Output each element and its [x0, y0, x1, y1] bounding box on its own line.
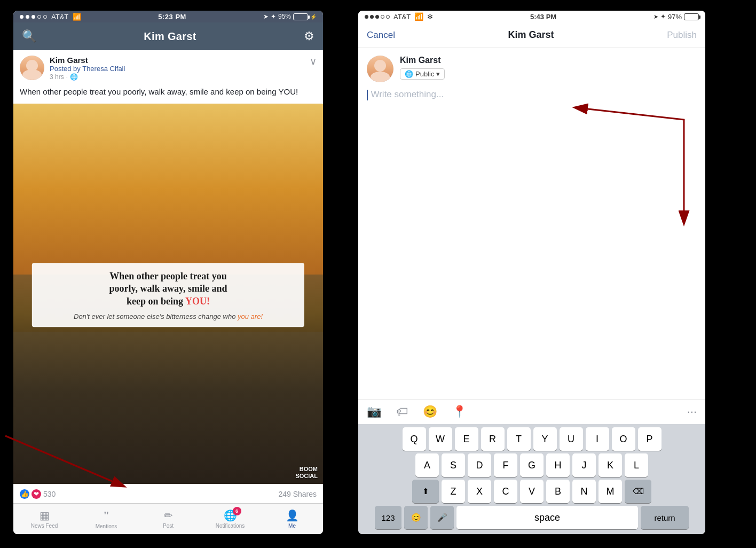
key-M[interactable]: M	[598, 480, 622, 503]
bluetooth-icon-left: ✦	[271, 13, 276, 20]
key-Q[interactable]: Q	[403, 427, 426, 451]
right-phone: AT&T 📶 ✻ 5:43 PM ➤ ✦ 97% Cancel Kim Gars…	[345, 0, 719, 548]
like-icon: 👍	[20, 489, 29, 499]
post-text: When other people treat you poorly, walk…	[13, 84, 323, 104]
key-D[interactable]: D	[468, 453, 491, 477]
keyboard-row-1: Q W E R T Y U I O P	[360, 427, 703, 451]
key-emoji[interactable]: 😊	[404, 506, 428, 529]
cancel-button[interactable]: Cancel	[367, 30, 395, 41]
tab-post[interactable]: ✏ Post	[137, 506, 199, 532]
globe-icon-compose: 🌐	[405, 70, 413, 78]
status-bar-left: AT&T 📶 5:23 PM ➤ ✦ 95% ⚡	[13, 11, 323, 22]
tab-news-feed[interactable]: ▦ News Feed	[13, 506, 75, 532]
post-card: Kim Garst Posted by Theresa Cifali 3 hrs…	[13, 50, 323, 534]
time-left: 5:23 PM	[158, 13, 186, 21]
key-H[interactable]: H	[546, 453, 570, 477]
key-O[interactable]: O	[612, 427, 635, 451]
composer-header: Kim Garst 🌐 Public ▾	[358, 48, 705, 88]
status-carrier-right: AT&T 📶 ✻	[365, 12, 433, 21]
location-toolbar-icon[interactable]: 📍	[452, 405, 467, 419]
key-num[interactable]: 123	[375, 506, 401, 529]
charge-icon-left: ⚡	[310, 14, 317, 20]
quote-main-text: When other people treat you poorly, walk…	[41, 270, 296, 308]
key-S[interactable]: S	[442, 453, 465, 477]
key-J[interactable]: J	[572, 453, 596, 477]
nav-title-left: Kim Garst	[144, 30, 196, 43]
avatar-right	[367, 56, 393, 82]
key-W[interactable]: W	[429, 427, 452, 451]
post-icon: ✏	[164, 509, 173, 522]
privacy-selector[interactable]: 🌐 Public ▾	[400, 68, 445, 80]
key-Y[interactable]: Y	[533, 427, 557, 451]
key-space[interactable]: space	[456, 506, 638, 529]
search-icon[interactable]: 🔍	[22, 29, 36, 43]
key-B[interactable]: B	[546, 480, 570, 503]
reactions-bar: 👍 ❤ 530 249 Shares	[13, 484, 323, 503]
key-T[interactable]: T	[507, 427, 531, 451]
keyboard: Q W E R T Y U I O P A S D F G H J K	[358, 424, 705, 534]
key-V[interactable]: V	[520, 480, 544, 503]
tab-mentions[interactable]: " Mentions	[75, 505, 137, 533]
carrier-right: AT&T	[393, 13, 411, 21]
composer-meta: Kim Garst 🌐 Public ▾	[400, 56, 445, 80]
key-mic[interactable]: 🎤	[430, 506, 454, 529]
key-L[interactable]: L	[625, 453, 648, 477]
mentions-icon: "	[103, 508, 109, 522]
camera-toolbar-icon[interactable]: 📷	[367, 405, 381, 419]
key-C[interactable]: C	[494, 480, 517, 503]
post-label: Post	[163, 523, 174, 529]
tag-toolbar-icon[interactable]: 🏷	[396, 405, 408, 419]
status-right-left: ➤ ✦ 95% ⚡	[263, 13, 317, 20]
key-K[interactable]: K	[598, 453, 622, 477]
activity-icon-right: ✻	[427, 13, 433, 21]
key-G[interactable]: G	[520, 453, 544, 477]
right-screen: AT&T 📶 ✻ 5:43 PM ➤ ✦ 97% Cancel Kim Gars…	[358, 11, 705, 534]
notifications-badge-container: 🌐 6	[224, 509, 237, 522]
write-area[interactable]: Write something...	[358, 88, 705, 399]
tab-notifications[interactable]: 🌐 6 Notifications	[199, 506, 261, 532]
post-time: 3 hrs · 🌐	[50, 73, 317, 81]
privacy-label: Public	[415, 70, 434, 78]
write-placeholder: Write something...	[371, 89, 444, 99]
key-shift[interactable]: ⬆	[412, 480, 439, 503]
key-I[interactable]: I	[586, 427, 609, 451]
image-road	[13, 332, 323, 484]
post-image: When other people treat you poorly, walk…	[13, 104, 323, 484]
key-U[interactable]: U	[560, 427, 583, 451]
more-toolbar-icon[interactable]: ···	[687, 405, 697, 419]
separator	[336, 0, 345, 548]
key-backspace[interactable]: ⌫	[625, 480, 651, 503]
key-E[interactable]: E	[455, 427, 478, 451]
battery-percent-left: 95%	[278, 13, 291, 20]
wifi-icon-left: 📶	[73, 13, 81, 21]
me-icon: 👤	[286, 509, 299, 522]
love-icon: ❤	[32, 489, 41, 499]
battery-bar-right	[684, 13, 699, 20]
compose-nav: Cancel Kim Garst Publish	[358, 22, 705, 48]
emoji-toolbar-icon[interactable]: 😊	[423, 405, 437, 419]
notification-count-badge: 6	[233, 507, 241, 515]
key-P[interactable]: P	[638, 427, 662, 451]
shares-count: 249 Shares	[278, 490, 317, 498]
key-R[interactable]: R	[481, 427, 505, 451]
quote-sub-text: Don't ever let someone else's bitterness…	[41, 312, 296, 322]
key-X[interactable]: X	[468, 480, 491, 503]
reactions-count: 530	[43, 490, 56, 498]
tab-me[interactable]: 👤 Me	[261, 506, 323, 532]
red-arrow-right	[577, 98, 695, 237]
bluetooth-icon-right: ✦	[660, 13, 666, 20]
status-carrier-left: AT&T 📶	[20, 13, 81, 21]
key-return[interactable]: return	[641, 506, 689, 529]
avatar-left	[20, 56, 44, 80]
key-A[interactable]: A	[415, 453, 439, 477]
image-sky	[13, 104, 323, 275]
key-Z[interactable]: Z	[442, 480, 465, 503]
wifi-icon-right: 📶	[414, 12, 423, 21]
settings-icon[interactable]: ⚙	[304, 29, 314, 43]
key-F[interactable]: F	[494, 453, 517, 477]
key-N[interactable]: N	[572, 480, 596, 503]
publish-button[interactable]: Publish	[667, 30, 697, 41]
chevron-down-icon[interactable]: ∨	[310, 56, 317, 67]
compose-title: Kim Garst	[508, 29, 554, 41]
post-meta: Kim Garst Posted by Theresa Cifali 3 hrs…	[50, 56, 317, 81]
